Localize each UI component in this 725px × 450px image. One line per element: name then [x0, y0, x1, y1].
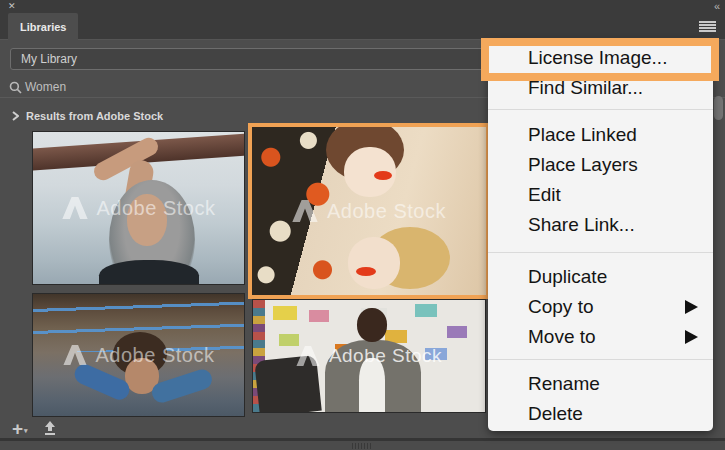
upload-icon[interactable]: [42, 421, 58, 439]
stock-thumbnail-retro-women-selected[interactable]: Adobe Stock: [252, 127, 486, 295]
close-icon[interactable]: ✕: [8, 0, 16, 13]
menu-item-move-to[interactable]: Move to: [488, 322, 713, 352]
menu-item-label: Delete: [528, 403, 583, 424]
menu-item-label: Move to: [528, 326, 596, 347]
menu-item-share-link[interactable]: Share Link...: [488, 210, 713, 240]
menu-item-label: Rename: [528, 373, 600, 394]
adobe-logo-icon: [292, 200, 318, 222]
menu-item-copy-to[interactable]: Copy to: [488, 292, 713, 322]
adobe-stock-watermark: Adobe Stock: [33, 294, 244, 416]
menu-item-rename[interactable]: Rename: [488, 369, 713, 399]
adobe-stock-watermark: Adobe Stock: [253, 300, 485, 412]
context-menu: License Image...Find Similar...Place Lin…: [488, 40, 713, 431]
add-caret-icon: ▾: [24, 427, 28, 434]
search-icon: [9, 81, 22, 94]
menu-item-label: Place Layers: [528, 154, 638, 175]
tab-libraries[interactable]: Libraries: [8, 13, 78, 40]
scrollbar-thumb[interactable]: [714, 96, 723, 120]
adobe-stock-watermark: Adobe Stock: [33, 132, 244, 284]
menu-item-label: Copy to: [528, 296, 593, 317]
menu-item-label: License Image...: [528, 47, 667, 68]
submenu-arrow-icon: [685, 300, 698, 314]
menu-item-label: Duplicate: [528, 266, 607, 287]
stock-thumbnail-designer[interactable]: Adobe Stock: [252, 299, 486, 413]
tab-libraries-label: Libraries: [20, 21, 66, 33]
menu-item-label: Share Link...: [528, 214, 635, 235]
chevron-right-icon: [12, 111, 19, 121]
adobe-logo-icon: [62, 197, 88, 219]
stock-thumbnail-mud-race[interactable]: Adobe Stock: [32, 293, 245, 417]
menu-item-place-layers[interactable]: Place Layers: [488, 150, 713, 180]
results-header[interactable]: Results from Adobe Stock: [12, 110, 163, 124]
menu-item-edit[interactable]: Edit: [488, 180, 713, 210]
add-item-button[interactable]: +▾: [12, 418, 28, 440]
libraries-panel: ✕ « Libraries My Library Women Results f…: [0, 0, 725, 450]
menu-item-label: Place Linked: [528, 124, 637, 145]
menu-item-find-similar[interactable]: Find Similar...: [488, 73, 713, 103]
library-selector-value: My Library: [21, 52, 77, 66]
submenu-arrow-icon: [685, 330, 698, 344]
menu-item-label: Edit: [528, 184, 561, 205]
resize-grip[interactable]: [352, 443, 373, 449]
panel-menu-icon[interactable]: [699, 21, 716, 33]
tab-row: Libraries: [0, 13, 725, 40]
search-input-value: Women: [25, 80, 66, 94]
adobe-logo-icon: [296, 346, 320, 366]
collapse-panels-icon[interactable]: «: [714, 0, 719, 13]
adobe-logo-icon: [63, 345, 87, 365]
menu-item-place-linked[interactable]: Place Linked: [488, 120, 713, 150]
menu-item-license-image[interactable]: License Image...: [488, 43, 713, 73]
adobe-stock-watermark: Adobe Stock: [252, 127, 486, 295]
panel-title-bar: ✕ «: [0, 0, 725, 13]
menu-item-label: Find Similar...: [528, 77, 643, 98]
menu-item-delete[interactable]: Delete: [488, 399, 713, 429]
results-header-label: Results from Adobe Stock: [26, 110, 163, 122]
stock-thumbnail-surfer[interactable]: Adobe Stock: [32, 131, 245, 285]
menu-item-duplicate[interactable]: Duplicate: [488, 262, 713, 292]
